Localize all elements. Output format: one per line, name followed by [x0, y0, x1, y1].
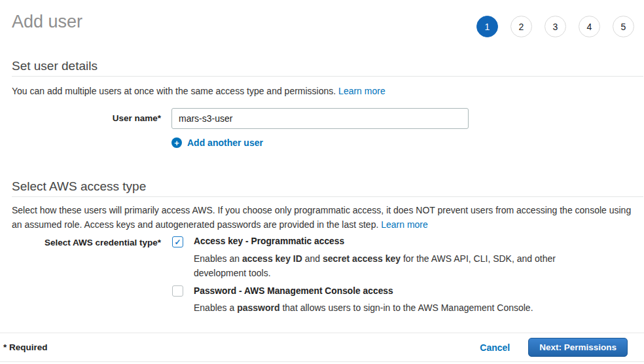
footer-actions: Cancel Next: Permissions [480, 338, 644, 357]
access-key-checkbox[interactable]: ✓ [172, 236, 183, 247]
wizard-footer: * Required Cancel Next: Permissions [0, 333, 644, 362]
step-1-indicator: 1 [476, 16, 498, 37]
access-type-intro-text: Select how these users will primarily ac… [12, 205, 631, 230]
step-2-indicator: 2 [510, 16, 532, 37]
user-details-intro-text: You can add multiple users at once with … [12, 86, 338, 96]
section-divider [12, 76, 643, 77]
access-key-option-description: Enables an access key ID and secret acce… [194, 251, 564, 280]
plus-circle-icon: + [171, 137, 182, 148]
next-permissions-button[interactable]: Next: Permissions [528, 338, 628, 357]
section-divider [12, 196, 643, 197]
step-4-indicator: 4 [579, 16, 600, 37]
cancel-button[interactable]: Cancel [480, 342, 510, 353]
password-option-title: Password - AWS Management Console access [194, 286, 393, 296]
username-input[interactable] [171, 108, 469, 129]
page-title: Add user [12, 12, 82, 32]
username-label: User name* [0, 113, 161, 123]
check-icon: ✓ [174, 238, 181, 247]
access-type-intro: Select how these users will primarily ac… [12, 203, 634, 232]
step-3-indicator: 3 [545, 16, 566, 37]
password-option-description: Enables a password that allows users to … [194, 300, 533, 315]
user-details-intro: You can add multiple users at once with … [12, 84, 385, 98]
step-5-indicator: 5 [613, 16, 634, 37]
credential-type-label: Select AWS credential type* [0, 238, 161, 247]
add-another-user-label: Add another user [187, 137, 263, 148]
select-access-type-heading: Select AWS access type [12, 179, 146, 194]
access-key-option-title: Access key - Programmatic access [194, 236, 344, 246]
wizard-step-indicator: 1 2 3 4 5 [476, 16, 634, 37]
password-checkbox[interactable] [172, 285, 183, 297]
set-user-details-heading: Set user details [12, 59, 98, 73]
add-another-user-button[interactable]: + Add another user [171, 137, 263, 148]
learn-more-link-access-type[interactable]: Learn more [381, 219, 428, 230]
required-note: * Required [3, 342, 48, 352]
learn-more-link-user-details[interactable]: Learn more [338, 86, 385, 96]
